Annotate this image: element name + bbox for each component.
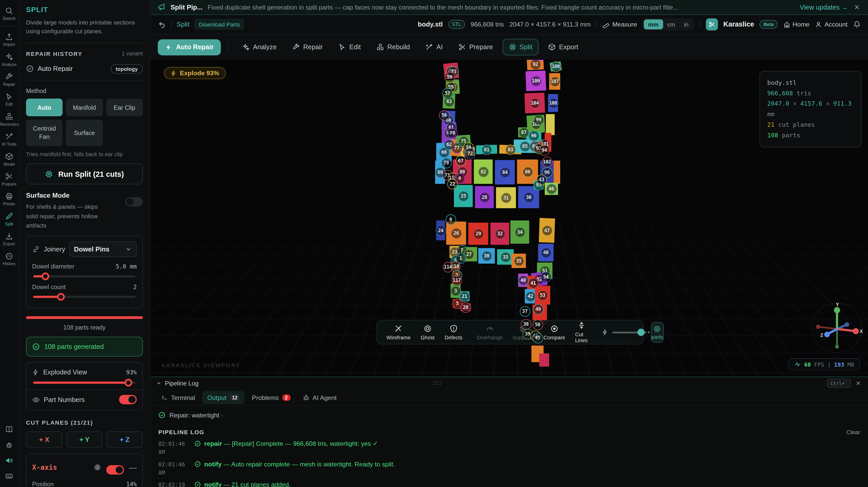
part-number-bubble[interactable]: 86 xyxy=(522,166,533,177)
tab-repair[interactable]: Repair xyxy=(286,39,329,55)
part-block[interactable] xyxy=(546,114,555,135)
method-centroid-fan[interactable]: Centroid Fan xyxy=(26,120,63,146)
rail-item-split[interactable]: Split xyxy=(0,209,19,229)
part-number-bubble[interactable]: 72 xyxy=(465,148,475,159)
ghost-button[interactable]: Ghost xyxy=(416,324,440,340)
part-number-bubble[interactable]: 84 xyxy=(500,167,510,178)
pipeline-close-icon[interactable]: ✕ xyxy=(854,379,863,387)
rail-item-reconstruct[interactable]: Reconstruct xyxy=(0,110,19,130)
part-number-bubble[interactable]: 6 xyxy=(445,214,456,225)
docs-book-icon[interactable] xyxy=(5,425,13,434)
add-x-plane-button[interactable]: + X xyxy=(26,432,62,448)
rail-item-model[interactable]: Model xyxy=(0,149,19,169)
part-number-bubble[interactable]: 117 xyxy=(452,275,462,285)
rail-item-prepare[interactable]: Prepare xyxy=(0,170,19,189)
target-icon[interactable] xyxy=(93,463,101,471)
part-number-bubble[interactable]: 48 xyxy=(540,247,551,258)
tab-ai[interactable]: AI xyxy=(419,39,449,55)
part-number-bubble[interactable]: 82 xyxy=(478,166,489,177)
rail-item-repair[interactable]: Repair xyxy=(0,70,19,90)
unit-in[interactable]: in xyxy=(679,19,693,29)
method-surface[interactable]: Surface xyxy=(66,120,103,146)
part-number-bubble[interactable]: 32 xyxy=(495,229,505,239)
tab-prepare[interactable]: Prepare xyxy=(452,39,499,55)
viewport-3d[interactable]: Explode 93% body.stl 966,608 tris 2047.0… xyxy=(151,60,868,376)
home-button[interactable]: Home xyxy=(783,21,809,28)
pipeline-log-header[interactable]: Pipeline Log Ctrl+` ✕ xyxy=(151,377,868,389)
repair-history-item[interactable]: Auto Repair topology xyxy=(26,64,143,73)
part-number-bubble[interactable]: 104 xyxy=(530,98,540,108)
surface-mode-toggle[interactable] xyxy=(125,197,143,207)
add-y-plane-button[interactable]: + Y xyxy=(66,432,102,448)
part-number-bubble[interactable]: 49 xyxy=(533,304,544,314)
compare-button[interactable]: Compare xyxy=(538,324,570,340)
part-number-bubble[interactable]: 41 xyxy=(528,278,538,288)
auto-repair-button[interactable]: Auto Repair xyxy=(158,39,221,55)
sound-icon[interactable] xyxy=(5,456,13,464)
tab-edit[interactable]: Edit xyxy=(332,39,367,55)
tab-problems[interactable]: Problems 2 xyxy=(247,391,296,404)
part-number-bubble[interactable]: 36 xyxy=(523,192,534,203)
tab-terminal[interactable]: Terminal xyxy=(156,391,200,404)
part-number-bubble[interactable]: 78 xyxy=(441,157,452,168)
part-number-bubble[interactable]: 20 xyxy=(460,302,471,312)
dowel-diameter-slider[interactable] xyxy=(33,275,136,278)
part-number-bubble[interactable]: 38 xyxy=(521,319,531,329)
tab-split[interactable]: Split xyxy=(502,39,538,55)
tab-export[interactable]: Export xyxy=(542,39,584,55)
measure-button[interactable]: Measure xyxy=(602,21,637,28)
part-number-bubble[interactable]: 102 xyxy=(542,156,552,167)
undo-icon[interactable] xyxy=(158,20,166,28)
overhangs-button[interactable]: Overhangs xyxy=(472,324,508,340)
part-number-bubble[interactable]: 30 xyxy=(482,251,492,261)
keyboard-icon[interactable] xyxy=(5,472,13,480)
part-number-bubble[interactable]: 59 xyxy=(444,72,455,82)
part-number-bubble[interactable]: 26 xyxy=(451,228,462,238)
part-number-bubble[interactable]: 25 xyxy=(458,191,468,201)
part-number-bubble[interactable]: 57 xyxy=(442,88,453,98)
rail-item-import[interactable]: Import xyxy=(0,30,19,50)
part-number-bubble[interactable]: 99 xyxy=(533,114,544,125)
rail-item-search[interactable]: Search xyxy=(0,4,19,24)
part-number-bubble[interactable]: 46 xyxy=(546,183,557,194)
part-number-bubble[interactable]: 40 xyxy=(518,275,529,285)
bell-icon[interactable] xyxy=(853,21,861,28)
add-z-plane-button[interactable]: + Z xyxy=(106,432,143,448)
part-number-bubble[interactable]: 22 xyxy=(447,179,458,189)
part-number-bubble[interactable]: 114 xyxy=(442,262,453,272)
defects-button[interactable]: Defects xyxy=(440,324,467,340)
part-number-bubble[interactable]: 106 xyxy=(551,61,561,72)
rail-item-edit[interactable]: Edit xyxy=(0,90,19,110)
tab-analyze[interactable]: Analyze xyxy=(236,39,283,55)
rail-item-ai-tools[interactable]: AI Tools xyxy=(0,130,19,149)
remove-plane-button[interactable]: — xyxy=(129,464,137,470)
part-number-bubble[interactable]: 47 xyxy=(542,225,552,236)
part-number-bubble[interactable]: 87 xyxy=(519,127,529,138)
rail-item-printer[interactable]: Printer xyxy=(0,189,19,209)
explode-slider[interactable] xyxy=(602,329,647,336)
orientation-gizmo[interactable]: Y X Z xyxy=(810,301,863,354)
tab-ai-agent[interactable]: AI Agent xyxy=(298,391,342,404)
part-number-bubble[interactable]: 81 xyxy=(482,144,492,155)
rail-item-history[interactable]: History xyxy=(0,249,19,269)
part-number-bubble[interactable]: 53 xyxy=(537,290,548,300)
run-split-button[interactable]: Run Split (21 cuts) xyxy=(26,163,143,184)
part-number-bubble[interactable]: 43 xyxy=(536,174,547,185)
joinery-select[interactable]: Dowel Pins xyxy=(69,242,137,257)
unit-mm[interactable]: mm xyxy=(644,19,663,29)
part-block[interactable] xyxy=(539,353,549,367)
part-number-bubble[interactable]: 76 xyxy=(447,127,458,138)
part-number-bubble[interactable]: 45 xyxy=(532,333,543,343)
part-number-bubble[interactable]: 90 xyxy=(528,130,539,141)
part-block[interactable] xyxy=(554,160,560,184)
part-number-bubble[interactable]: 37 xyxy=(520,306,530,316)
part-number-bubble[interactable]: 107 xyxy=(549,76,560,87)
part-number-bubble[interactable]: 100 xyxy=(531,75,541,86)
part-number-bubble[interactable]: 29 xyxy=(473,229,484,239)
part-number-bubble[interactable]: 67 xyxy=(455,155,466,166)
drag-handle-icon[interactable] xyxy=(434,382,441,385)
parts-view-button[interactable]: parts xyxy=(651,322,664,343)
part-number-bubble[interactable]: 54 xyxy=(540,272,551,282)
part-number-bubble[interactable]: 34 xyxy=(515,227,525,237)
exploded-view-slider[interactable] xyxy=(33,382,136,384)
